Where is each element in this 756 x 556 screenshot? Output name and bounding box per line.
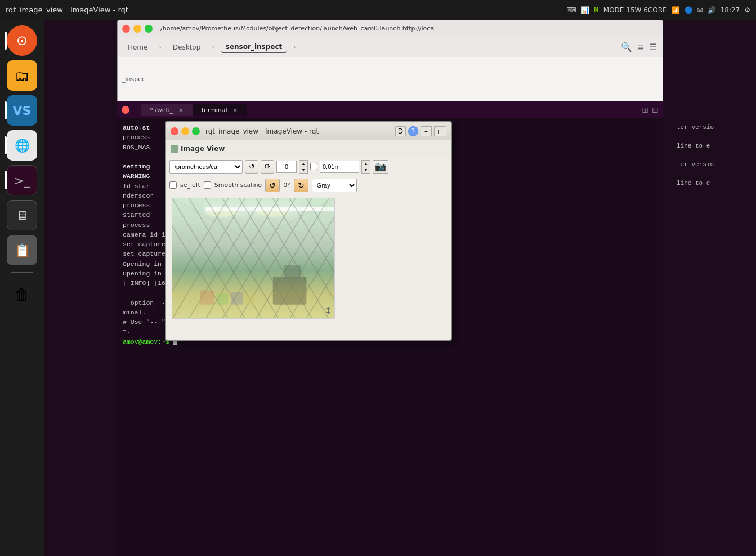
svg-rect-29 xyxy=(200,291,214,305)
dock-left: ⊙ 🗂 VS 🌐 >_ 🖥 📋 🗑 xyxy=(0,20,44,556)
mail-icon: ✉ xyxy=(697,6,703,14)
rqt-window-restore[interactable]: ◻ xyxy=(434,126,446,136)
checkbox1[interactable] xyxy=(310,163,317,170)
terminal-controls: ⊞ ⊟ xyxy=(642,105,659,114)
dock-item-vscode[interactable]: VS xyxy=(7,95,37,126)
screenshot-button[interactable]: 📷 xyxy=(373,160,388,174)
terminal-tab-1[interactable]: * /web_ × xyxy=(141,104,193,116)
rqt-maximize-button[interactable] xyxy=(192,127,200,135)
resize-handle[interactable]: ↕ xyxy=(325,305,332,316)
taskbar-top: rqt_image_view__ImageView - rqt ⌨ 📊 N MO… xyxy=(0,0,756,20)
zoom-spinner: ▲ ▼ xyxy=(299,160,308,174)
dock-item-ubuntu[interactable]: ⊙ xyxy=(7,25,37,56)
taskbar-window-title: rqt_image_view__ImageView - rqt xyxy=(6,6,128,14)
rt-line-5: ter versio xyxy=(677,160,754,170)
file-manager-titlebar: /home/amov/Prometheus/Modules/object_det… xyxy=(118,20,663,37)
terminal-tabs: * /web_ × terminal × xyxy=(141,104,247,116)
dock-item-display[interactable]: 🖥 xyxy=(7,200,37,230)
term-close-button[interactable] xyxy=(122,106,129,114)
files-icon: 🗂 xyxy=(15,67,29,84)
search-icon[interactable]: 🔍 xyxy=(621,42,632,52)
dock-item-chromium[interactable]: 🌐 xyxy=(7,130,37,161)
rqt-window-min[interactable]: – xyxy=(421,126,432,136)
zoom-down-button[interactable]: ▼ xyxy=(299,167,307,173)
fence-svg xyxy=(172,198,334,318)
rqt-titlebar: rqt_image_view__ImageView - rqt D ? – ◻ xyxy=(166,122,451,140)
file-manager-body: _inspect xyxy=(118,57,663,101)
rqt-image-area: ↕ xyxy=(172,198,335,319)
terminal-settings[interactable]: ⊟ xyxy=(652,105,659,114)
display-icon: 🖥 xyxy=(16,208,28,223)
refresh-button[interactable]: ↺ xyxy=(245,160,258,174)
tab2-close[interactable]: × xyxy=(232,106,238,114)
dock-separator xyxy=(11,272,33,273)
rotate-left-button[interactable]: ↺ xyxy=(265,179,280,192)
list-view-icon[interactable]: ≡ xyxy=(637,42,644,52)
fm-maximize-button[interactable] xyxy=(145,25,153,33)
rqt-d-button[interactable]: D xyxy=(395,126,406,136)
rt-line-7: line to e xyxy=(677,179,754,188)
svg-rect-32 xyxy=(245,295,255,305)
menu-icon[interactable]: ☰ xyxy=(649,42,657,52)
rqt-help-button[interactable]: ? xyxy=(408,126,418,136)
reset-button[interactable]: ⟳ xyxy=(261,160,274,174)
dock-item-files[interactable]: 🗂 xyxy=(7,60,37,91)
rt-line-4 xyxy=(677,151,754,161)
zoom-input[interactable] xyxy=(276,161,297,173)
ubuntu-logo-icon: ⊙ xyxy=(16,33,28,48)
checkbox-se-left[interactable] xyxy=(169,181,177,189)
rt-line-6 xyxy=(677,170,754,179)
rqt-wm-buttons xyxy=(171,127,200,135)
zoom-up-button[interactable]: ▲ xyxy=(299,161,307,167)
file-manager-window: /home/amov/Prometheus/Modules/object_det… xyxy=(117,20,663,101)
vscode-icon: VS xyxy=(13,104,32,118)
plugin-label: Image View xyxy=(181,145,225,153)
rqt-minimize-button[interactable] xyxy=(181,127,189,135)
res-down-button[interactable]: ▼ xyxy=(362,167,370,173)
time-label: 18:27 xyxy=(721,6,740,14)
terminal-tabbar: * /web_ × terminal × ⊞ ⊟ xyxy=(117,101,663,118)
rqt-body: Image View /prometheus/ca ↺ ⟳ ▲ ▼ ▲ ▼ xyxy=(166,140,451,340)
wifi-icon: 📶 xyxy=(672,6,680,14)
rqt-close-button[interactable] xyxy=(171,127,178,135)
volume-icon: 🔊 xyxy=(708,6,716,14)
svg-rect-30 xyxy=(217,293,228,305)
res-spinner: ▲ ▼ xyxy=(361,160,370,174)
nav-desktop[interactable]: Desktop xyxy=(168,42,205,52)
nav-home[interactable]: Home xyxy=(123,42,152,52)
rotate-right-button[interactable]: ↻ xyxy=(294,179,308,192)
res-up-button[interactable]: ▲ xyxy=(362,161,370,167)
file-manager-path: /home/amov/Prometheus/Modules/object_det… xyxy=(160,25,658,32)
dock-item-trash[interactable]: 🗑 xyxy=(7,279,37,310)
keyboard-icon: ⌨ xyxy=(566,6,576,14)
svg-line-28 xyxy=(306,198,334,318)
rqt-controls-row1: /prometheus/ca ↺ ⟳ ▲ ▼ ▲ ▼ 📷 xyxy=(166,157,451,176)
svg-rect-31 xyxy=(231,292,243,305)
dock-item-notes[interactable]: 📋 xyxy=(7,235,37,265)
fm-close-button[interactable] xyxy=(122,25,130,33)
dock-item-terminal[interactable]: >_ xyxy=(7,165,37,195)
smooth-scaling-label: Smooth scaling xyxy=(214,181,262,189)
svg-rect-4 xyxy=(256,208,290,212)
topic-select[interactable]: /prometheus/ca xyxy=(169,160,243,174)
settings-icon[interactable]: ⚙ xyxy=(744,6,750,14)
rqt-controls-row2: se_left Smooth scaling ↺ 0° ↻ Gray Color… xyxy=(166,176,451,194)
resolution-input[interactable] xyxy=(320,161,359,173)
svg-rect-34 xyxy=(284,265,301,279)
signal-icon: 📊 xyxy=(581,6,589,14)
main-area: /home/amov/Prometheus/Modules/object_det… xyxy=(44,20,756,556)
rqt-dialog: rqt_image_view__ImageView - rqt D ? – ◻ … xyxy=(165,121,452,341)
terminal-tab-2[interactable]: terminal × xyxy=(193,104,247,116)
tab1-close[interactable]: × xyxy=(178,106,183,114)
rt-line-2 xyxy=(677,132,754,142)
trash-icon: 🗑 xyxy=(14,286,30,304)
chromium-icon: 🌐 xyxy=(15,139,30,153)
right-terminal-panel: ter versio line to e ter versio line to … xyxy=(674,118,756,556)
fm-minimize-button[interactable] xyxy=(133,25,141,33)
checkbox-smooth[interactable] xyxy=(204,181,211,189)
nav-sensor-inspect[interactable]: sensor_inspect xyxy=(221,42,287,53)
color-select[interactable]: Gray Color Mono xyxy=(312,179,357,192)
svg-rect-3 xyxy=(206,208,240,212)
terminal-scroll-up[interactable]: ⊞ xyxy=(642,105,649,114)
svg-line-18 xyxy=(306,198,334,318)
